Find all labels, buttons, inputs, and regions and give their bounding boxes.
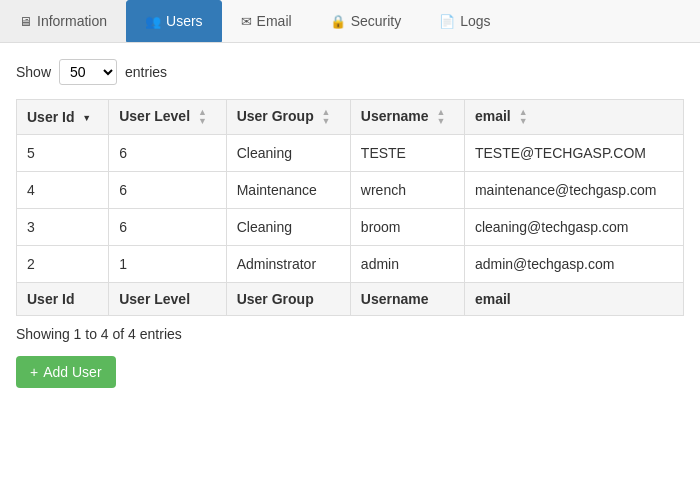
- table-row: 46Maintenancewrenchmaintenance@techgasp.…: [17, 172, 684, 209]
- show-entries-control: Show 10 25 50 100 entries: [16, 59, 684, 85]
- cell-username: TESTE: [350, 135, 464, 172]
- table-header-row: User Id ▼ User Level ▲ ▼ User Group ▲: [17, 100, 684, 135]
- cell-email: admin@techgasp.com: [464, 246, 683, 283]
- entries-select[interactable]: 10 25 50 100: [59, 59, 117, 85]
- col-header-user-id[interactable]: User Id ▼: [17, 100, 109, 135]
- sort-icons-user-group: ▲ ▼: [322, 108, 331, 126]
- cell-user_level: 6: [109, 172, 226, 209]
- cell-username: admin: [350, 246, 464, 283]
- nav-tabs: 🖥 Information 👥 Users ✉ Email 🔒 Security…: [0, 0, 700, 43]
- cell-user_id: 4: [17, 172, 109, 209]
- table-row: 56CleaningTESTETESTE@TECHGASP.COM: [17, 135, 684, 172]
- footer-col-username: Username: [350, 283, 464, 316]
- tab-logs[interactable]: 📄 Logs: [420, 0, 509, 42]
- cell-user_level: 6: [109, 209, 226, 246]
- email-icon: ✉: [241, 14, 252, 29]
- users-icon: 👥: [145, 14, 161, 29]
- cell-user_group: Cleaning: [226, 209, 350, 246]
- table-row: 21Adminstratoradminadmin@techgasp.com: [17, 246, 684, 283]
- tab-users[interactable]: 👥 Users: [126, 0, 222, 42]
- tab-email-label: Email: [257, 13, 292, 29]
- tab-email[interactable]: ✉ Email: [222, 0, 311, 42]
- show-label: Show: [16, 64, 51, 80]
- col-header-username[interactable]: Username ▲ ▼: [350, 100, 464, 135]
- cell-user_group: Cleaning: [226, 135, 350, 172]
- col-header-user-level[interactable]: User Level ▲ ▼: [109, 100, 226, 135]
- sort-icons-username: ▲ ▼: [436, 108, 445, 126]
- cell-user_id: 5: [17, 135, 109, 172]
- col-header-email[interactable]: email ▲ ▼: [464, 100, 683, 135]
- cell-email: TESTE@TECHGASP.COM: [464, 135, 683, 172]
- tab-security-label: Security: [351, 13, 402, 29]
- cell-email: maintenance@techgasp.com: [464, 172, 683, 209]
- cell-user_id: 2: [17, 246, 109, 283]
- information-icon: 🖥: [19, 14, 32, 29]
- sort-icons-user-level: ▲ ▼: [198, 108, 207, 126]
- cell-user_level: 6: [109, 135, 226, 172]
- cell-user_group: Maintenance: [226, 172, 350, 209]
- footer-col-user-level: User Level: [109, 283, 226, 316]
- tab-users-label: Users: [166, 13, 203, 29]
- cell-user_id: 3: [17, 209, 109, 246]
- sort-icons-user-id: ▼: [82, 114, 91, 123]
- cell-user_group: Adminstrator: [226, 246, 350, 283]
- entries-label: entries: [125, 64, 167, 80]
- tab-information[interactable]: 🖥 Information: [0, 0, 126, 42]
- tab-logs-label: Logs: [460, 13, 490, 29]
- logs-icon: 📄: [439, 14, 455, 29]
- tab-information-label: Information: [37, 13, 107, 29]
- cell-email: cleaning@techgasp.com: [464, 209, 683, 246]
- footer-col-user-id: User Id: [17, 283, 109, 316]
- col-header-user-group[interactable]: User Group ▲ ▼: [226, 100, 350, 135]
- footer-col-user-group: User Group: [226, 283, 350, 316]
- table-footer-row: User Id User Level User Group Username e…: [17, 283, 684, 316]
- table-row: 36Cleaningbroomcleaning@techgasp.com: [17, 209, 684, 246]
- users-table: User Id ▼ User Level ▲ ▼ User Group ▲: [16, 99, 684, 316]
- cell-username: broom: [350, 209, 464, 246]
- table-summary: Showing 1 to 4 of 4 entries: [16, 326, 684, 342]
- cell-user_level: 1: [109, 246, 226, 283]
- main-content: Show 10 25 50 100 entries User Id ▼ User…: [0, 43, 700, 404]
- sort-icons-email: ▲ ▼: [519, 108, 528, 126]
- add-user-button[interactable]: + Add User: [16, 356, 116, 388]
- security-icon: 🔒: [330, 14, 346, 29]
- cell-username: wrench: [350, 172, 464, 209]
- footer-col-email: email: [464, 283, 683, 316]
- add-user-label: Add User: [43, 364, 101, 380]
- add-user-icon: +: [30, 364, 38, 380]
- summary-text: Showing 1 to 4 of 4 entries: [16, 326, 182, 342]
- tab-security[interactable]: 🔒 Security: [311, 0, 421, 42]
